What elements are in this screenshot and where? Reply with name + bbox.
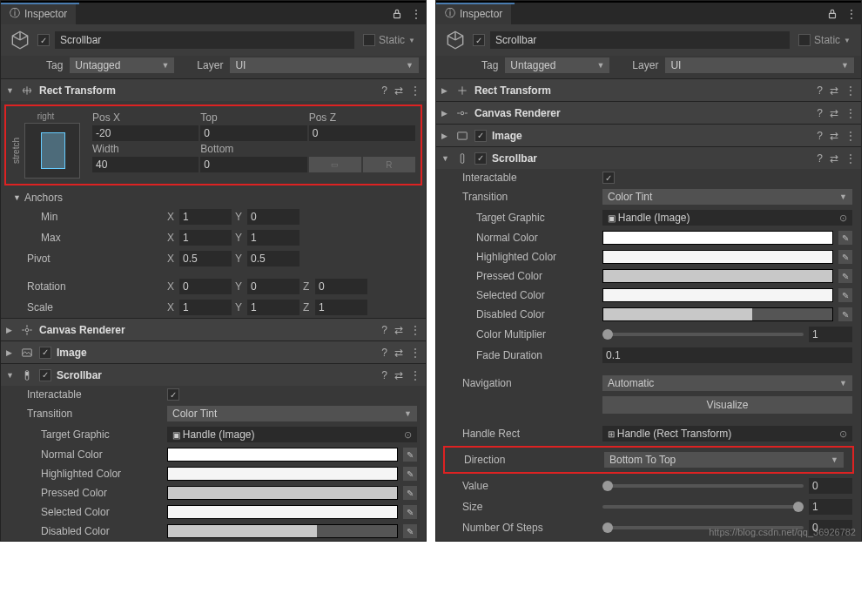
foldout-icon[interactable]: ▶ — [6, 326, 15, 334]
size-input[interactable] — [809, 499, 852, 515]
scale-x[interactable] — [179, 300, 232, 315]
help-icon[interactable]: ? — [381, 84, 387, 97]
static-dropdown[interactable]: Static ▼ — [360, 34, 419, 46]
color-multiplier-slider[interactable] — [602, 333, 804, 336]
pivot-y[interactable] — [247, 251, 299, 266]
preset-icon[interactable]: ⇄ — [830, 84, 838, 97]
pivot-x[interactable] — [179, 251, 232, 266]
help-icon[interactable]: ? — [817, 84, 823, 97]
posx-input[interactable] — [92, 125, 198, 141]
kebab-icon[interactable]: ⋮ — [410, 347, 421, 359]
layer-dropdown[interactable]: UI▼ — [665, 57, 854, 73]
eyedropper-icon[interactable]: ✎ — [838, 231, 852, 245]
help-icon[interactable]: ? — [381, 347, 387, 359]
preset-icon[interactable]: ⇄ — [830, 107, 838, 119]
rot-y[interactable] — [247, 279, 299, 294]
foldout-icon[interactable]: ▶ — [6, 348, 15, 357]
eyedropper-icon[interactable]: ✎ — [403, 505, 417, 519]
size-slider[interactable] — [602, 505, 804, 509]
image-header[interactable]: ▶ Image ?⇄⋮ — [1, 340, 426, 363]
tag-dropdown[interactable]: Untagged▼ — [70, 57, 174, 73]
foldout-icon[interactable]: ▼ — [441, 154, 450, 163]
min-x[interactable] — [179, 209, 232, 225]
foldout-icon[interactable]: ▶ — [441, 86, 450, 95]
visualize-button[interactable]: Visualize — [602, 396, 852, 414]
value-input[interactable] — [809, 478, 852, 494]
normal-color-swatch[interactable] — [602, 231, 833, 245]
disabled-color-swatch[interactable] — [167, 524, 398, 538]
rot-x[interactable] — [179, 279, 232, 294]
scrollbar-header[interactable]: ▼ Scrollbar ?⇄⋮ — [1, 363, 426, 386]
lock-icon[interactable] — [824, 6, 840, 22]
layer-dropdown[interactable]: UI▼ — [230, 57, 419, 73]
preset-icon[interactable]: ⇄ — [394, 347, 403, 359]
normal-color-swatch[interactable] — [167, 448, 398, 462]
eyedropper-icon[interactable]: ✎ — [403, 467, 417, 481]
rect-transform-header[interactable]: ▼ Rect Transform ?⇄⋮ — [1, 78, 426, 101]
image-enable-checkbox[interactable] — [39, 347, 51, 359]
anchor-preset-button[interactable] — [24, 123, 80, 179]
preset-icon[interactable]: ⇄ — [830, 152, 838, 165]
rot-z[interactable] — [315, 279, 367, 294]
preset-icon[interactable]: ⇄ — [394, 84, 403, 97]
kebab-icon[interactable]: ⋮ — [845, 152, 856, 165]
pressed-color-swatch[interactable] — [602, 269, 833, 283]
transition-dropdown[interactable]: Color Tint▼ — [602, 189, 852, 205]
rect-transform-header[interactable]: ▶ Rect Transform ?⇄⋮ — [436, 78, 861, 101]
static-checkbox[interactable] — [798, 34, 811, 46]
disabled-color-swatch[interactable] — [602, 307, 833, 321]
interactable-checkbox[interactable] — [602, 172, 615, 184]
lock-icon[interactable] — [389, 6, 405, 22]
pressed-color-swatch[interactable] — [167, 486, 398, 500]
eyedropper-icon[interactable]: ✎ — [838, 250, 852, 264]
eyedropper-icon[interactable]: ✎ — [403, 448, 417, 462]
transition-dropdown[interactable]: Color Tint▼ — [167, 406, 417, 421]
kebab-icon[interactable]: ⋮ — [845, 107, 856, 119]
max-y[interactable] — [247, 230, 299, 246]
eyedropper-icon[interactable]: ✎ — [403, 524, 417, 538]
image-enable-checkbox[interactable] — [474, 130, 487, 142]
gameobject-name-input[interactable] — [55, 31, 354, 49]
foldout-icon[interactable]: ▶ — [441, 109, 450, 118]
scrollbar-enable-checkbox[interactable] — [39, 369, 51, 381]
eyedropper-icon[interactable]: ✎ — [403, 486, 417, 500]
kebab-icon[interactable]: ⋮ — [410, 324, 421, 336]
preset-icon[interactable]: ⇄ — [394, 324, 403, 336]
foldout-icon[interactable]: ▼ — [6, 371, 15, 380]
bottom-input[interactable] — [200, 157, 306, 172]
width-input[interactable] — [92, 157, 198, 172]
scale-z[interactable] — [315, 300, 367, 315]
help-icon[interactable]: ? — [381, 324, 387, 336]
eyedropper-icon[interactable]: ✎ — [838, 269, 852, 283]
active-checkbox[interactable] — [473, 34, 485, 46]
tab-inspector[interactable]: ⓘ Inspector — [436, 3, 511, 24]
preset-icon[interactable]: ⇄ — [394, 369, 403, 381]
canvas-renderer-header[interactable]: ▶ Canvas Renderer ?⇄⋮ — [1, 318, 426, 340]
help-icon[interactable]: ? — [817, 107, 823, 119]
color-multiplier-input[interactable] — [809, 327, 852, 342]
canvas-renderer-header[interactable]: ▶ Canvas Renderer ?⇄⋮ — [436, 101, 861, 124]
scrollbar-enable-checkbox[interactable] — [474, 152, 487, 165]
handle-rect-field[interactable]: ⊞ Handle (Rect Transform)⊙ — [602, 426, 852, 442]
static-checkbox[interactable] — [363, 34, 375, 46]
kebab-icon[interactable]: ⋮ — [845, 130, 856, 142]
fade-duration-input[interactable] — [602, 347, 852, 363]
target-graphic-field[interactable]: ▣ Handle (Image)⊙ — [167, 427, 417, 442]
max-x[interactable] — [179, 230, 232, 246]
gameobject-name-input[interactable] — [490, 31, 790, 49]
menu-icon[interactable]: ⋮ — [844, 6, 859, 22]
posz-input[interactable] — [309, 125, 415, 141]
target-graphic-field[interactable]: ▣ Handle (Image)⊙ — [602, 210, 852, 226]
blueprint-mode-button[interactable]: ▭ — [309, 157, 361, 172]
selected-color-swatch[interactable] — [602, 288, 833, 302]
active-checkbox[interactable] — [37, 34, 50, 46]
foldout-icon[interactable]: ▼ — [6, 86, 15, 95]
foldout-icon[interactable]: ▶ — [441, 131, 450, 140]
kebab-icon[interactable]: ⋮ — [410, 84, 421, 97]
direction-dropdown[interactable]: Bottom To Top▼ — [604, 452, 844, 468]
navigation-dropdown[interactable]: Automatic▼ — [602, 375, 852, 391]
interactable-checkbox[interactable] — [167, 388, 179, 401]
value-slider[interactable] — [602, 484, 804, 488]
tab-inspector[interactable]: ⓘ Inspector — [1, 3, 76, 24]
anchors-foldout[interactable]: ▼Anchors — [1, 189, 426, 206]
